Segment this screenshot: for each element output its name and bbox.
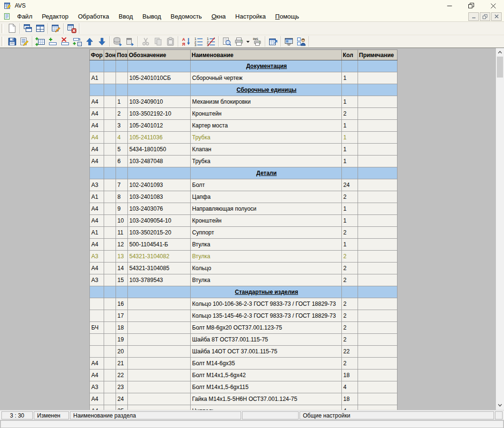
pos-cell[interactable] [116, 286, 128, 298]
mdi-close-button[interactable] [491, 12, 502, 21]
pos-cell[interactable]: 21 [116, 358, 128, 370]
edit-table-button[interactable] [49, 22, 62, 34]
designation-cell[interactable]: 105-2411036 [128, 132, 191, 144]
name-cell[interactable]: Болт М8-6gx20 ОСТ37.001.123-75 [191, 322, 342, 334]
zone-cell[interactable] [104, 393, 116, 405]
scroll-up-button[interactable] [496, 48, 504, 56]
designation-cell[interactable]: 105-2401010СБ [128, 72, 191, 84]
zone-cell[interactable] [104, 108, 116, 120]
note-cell[interactable] [358, 156, 397, 167]
pos-cell[interactable]: 7 [116, 179, 128, 191]
format-cell[interactable]: А4 [90, 239, 104, 251]
insert-row-button[interactable] [71, 36, 83, 48]
close-table-button[interactable] [65, 22, 78, 34]
format-cell[interactable]: А4 [90, 393, 104, 405]
zone-cell[interactable] [104, 84, 116, 96]
mdi-minimize-button[interactable] [468, 12, 479, 21]
designation-cell[interactable] [128, 298, 191, 310]
name-cell[interactable]: Ниппель [191, 405, 342, 410]
menu-item-processing[interactable]: Обработка [73, 12, 114, 21]
name-cell[interactable]: Стандартные изделия [191, 286, 342, 298]
zone-cell[interactable] [104, 251, 116, 263]
menu-item-windows[interactable]: Окна [207, 12, 231, 21]
zone-cell[interactable] [104, 227, 116, 239]
designation-cell[interactable] [128, 346, 191, 358]
note-cell[interactable] [358, 286, 397, 298]
name-cell[interactable]: Втулка [191, 239, 342, 251]
format-cell[interactable] [90, 286, 104, 298]
format-cell[interactable] [90, 167, 104, 179]
note-cell[interactable] [358, 334, 397, 346]
mdi-restore-button[interactable] [480, 12, 490, 21]
name-cell[interactable]: Кронштейн [191, 108, 342, 120]
zone-cell[interactable] [104, 167, 116, 179]
qty-cell[interactable]: 22 [342, 346, 358, 358]
note-cell[interactable] [358, 60, 397, 72]
note-cell[interactable] [358, 167, 397, 179]
qty-cell[interactable]: 1 [342, 120, 358, 132]
format-cell[interactable] [90, 334, 104, 346]
scrollbar-thumb[interactable] [497, 57, 503, 78]
zone-cell[interactable] [104, 286, 116, 298]
note-cell[interactable] [358, 191, 397, 203]
menu-item-help[interactable]: Помощь [271, 12, 304, 21]
qty-cell[interactable]: 1 [342, 203, 358, 215]
note-cell[interactable] [358, 227, 397, 239]
minimize-button[interactable] [438, 0, 460, 11]
move-up-button[interactable] [83, 36, 96, 48]
qty-cell[interactable]: 2 [342, 263, 358, 274]
name-cell[interactable]: Картер моста [191, 120, 342, 132]
name-cell[interactable]: Кольцо 100-106-36-2-3 ГОСТ 9833-73 / ГОС… [191, 298, 342, 310]
name-cell[interactable]: Гайка М14х1.5-5Н6Н ОСТ37.001.124-75 [191, 393, 342, 405]
properties-button[interactable] [267, 36, 279, 48]
name-cell[interactable]: Болт [191, 179, 342, 191]
export-block-button[interactable] [124, 36, 136, 48]
note-cell[interactable] [358, 298, 397, 310]
qty-cell[interactable]: 1 [342, 215, 358, 227]
name-cell[interactable]: Болт М14-6gx35 [191, 358, 342, 370]
name-cell[interactable]: Кольцо 135-145-46-2-3 ГОСТ 9833-73 / ГОС… [191, 310, 342, 322]
zone-cell[interactable] [104, 132, 116, 144]
qty-cell[interactable]: 2 [342, 108, 358, 120]
zone-cell[interactable] [104, 144, 116, 156]
format-cell[interactable]: А4 [90, 156, 104, 167]
pos-cell[interactable]: 13 [116, 251, 128, 263]
name-cell[interactable]: Болт М14х1,5-6gx115 [191, 381, 342, 393]
qty-cell[interactable]: 1 [342, 156, 358, 167]
pos-cell[interactable]: 17 [116, 310, 128, 322]
designation-cell[interactable] [128, 393, 191, 405]
note-cell[interactable] [358, 405, 397, 410]
scroll-down-button[interactable] [496, 401, 504, 409]
note-cell[interactable] [358, 370, 397, 381]
format-cell[interactable]: А4 [90, 132, 104, 144]
sort-button[interactable] [180, 36, 192, 48]
pos-cell[interactable]: 19 [116, 334, 128, 346]
name-cell[interactable]: Направляющая полуоси [191, 203, 342, 215]
format-cell[interactable]: А1 [90, 227, 104, 239]
renumber-button[interactable] [204, 36, 217, 48]
add-row-button[interactable] [46, 36, 58, 48]
qty-cell[interactable] [342, 84, 358, 96]
qty-cell[interactable]: 2 [342, 322, 358, 334]
note-cell[interactable] [358, 108, 397, 120]
save-button[interactable] [6, 36, 18, 48]
name-cell[interactable]: Шайба 14ОТ ОСТ 37.001.115-75 [191, 346, 342, 358]
pos-cell[interactable]: 3 [116, 120, 128, 132]
name-cell[interactable]: Трубка [191, 132, 342, 144]
note-cell[interactable] [358, 84, 397, 96]
maximize-restore-button[interactable] [460, 0, 482, 11]
qty-cell[interactable]: 2 [342, 334, 358, 346]
zone-cell[interactable] [104, 72, 116, 84]
qty-cell[interactable]: 2 [342, 251, 358, 263]
designation-cell[interactable]: 54321-3104085 [128, 263, 191, 274]
designation-cell[interactable]: 102-2401093 [128, 179, 191, 191]
name-cell[interactable]: Детали [191, 167, 342, 179]
menu-item-file[interactable]: Файл [12, 12, 37, 21]
format-cell[interactable]: А4 [90, 203, 104, 215]
name-cell[interactable]: Суппорт [191, 227, 342, 239]
qty-cell[interactable]: 2 [342, 191, 358, 203]
designation-cell[interactable]: 103-2409010 [128, 96, 191, 108]
menu-item-editor[interactable]: Редактор [37, 12, 73, 21]
format-cell[interactable]: А1 [90, 72, 104, 84]
format-cell[interactable]: А4 [90, 405, 104, 410]
